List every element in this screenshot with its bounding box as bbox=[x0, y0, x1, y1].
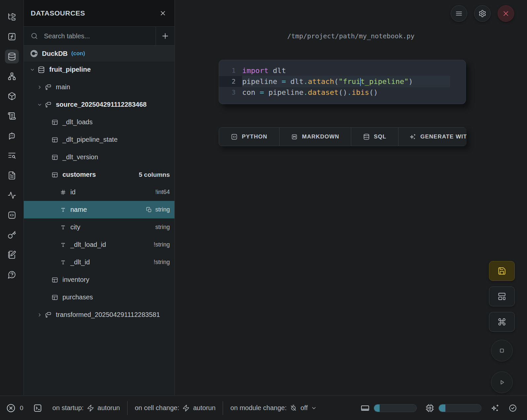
rail-code-cells-button[interactable] bbox=[5, 208, 19, 222]
on-cell-change-setting[interactable]: on cell change: autorun bbox=[135, 404, 215, 412]
rail-snippets-button[interactable] bbox=[5, 169, 19, 182]
on-module-change-value: off bbox=[300, 404, 308, 412]
chevron-down-icon bbox=[37, 102, 42, 107]
tree-row-_dlt_id[interactable]: _dlt_id!string bbox=[24, 253, 174, 271]
error-count: 0 bbox=[20, 404, 23, 412]
add-cell-actions: PYTHONMARKDOWNSQLGENERATE WITH AI bbox=[219, 127, 467, 146]
table-icon bbox=[52, 277, 58, 283]
code-line-3[interactable]: 3con = pipeline.dataset().ibis() bbox=[219, 87, 466, 98]
zap-icon bbox=[182, 404, 190, 412]
table-icon bbox=[52, 294, 58, 301]
table-icon bbox=[52, 172, 58, 178]
activity-rail bbox=[0, 0, 24, 395]
sql-cell-button[interactable]: SQL bbox=[351, 127, 398, 146]
schema-icon bbox=[45, 101, 52, 108]
stop-button[interactable] bbox=[491, 340, 513, 362]
code-line-1[interactable]: 1import dlt bbox=[219, 65, 466, 76]
on-startup-setting[interactable]: on startup: autorun bbox=[53, 404, 120, 412]
rail-secrets-button[interactable] bbox=[5, 228, 19, 242]
notebook-file-path: /tmp/project/path/my_notebook.py bbox=[175, 32, 527, 40]
save-button[interactable] bbox=[489, 261, 515, 281]
rail-scratchpad-button[interactable] bbox=[5, 248, 19, 262]
rail-datasources-button[interactable] bbox=[5, 50, 19, 63]
menu-button[interactable] bbox=[451, 5, 467, 22]
tree-row-label: city bbox=[70, 223, 80, 231]
file-text-icon bbox=[8, 171, 16, 180]
terminal-icon[interactable] bbox=[33, 403, 43, 413]
run-button[interactable] bbox=[491, 371, 513, 393]
memory-usage-meter bbox=[374, 404, 417, 412]
tree-row-source_202504291112283468[interactable]: source_202504291112283468 bbox=[24, 96, 174, 113]
python-cell-button[interactable]: PYTHON bbox=[219, 127, 280, 146]
ai-sparkles-icon[interactable] bbox=[491, 404, 499, 412]
top-toolbar bbox=[451, 5, 514, 22]
database-icon bbox=[363, 134, 370, 140]
menu-icon bbox=[455, 10, 463, 18]
table-icon bbox=[52, 136, 58, 143]
tree-row-label: _dlt_pipeline_state bbox=[62, 136, 118, 143]
errors-indicator[interactable]: 0 bbox=[6, 403, 23, 413]
line-number: 2 bbox=[219, 76, 242, 87]
on-startup-label: on startup: bbox=[53, 404, 84, 412]
tree-row-main[interactable]: main bbox=[24, 78, 174, 96]
line-number: 1 bbox=[219, 65, 242, 76]
code-line-2[interactable]: 2pipeline = dlt.attach("fruit_pipeline") bbox=[219, 76, 466, 87]
connection-badge: (con) bbox=[71, 50, 85, 57]
search-input[interactable] bbox=[43, 32, 156, 40]
generate-with-ai-button[interactable]: GENERATE WITH AI bbox=[398, 127, 467, 146]
rail-tracing-button[interactable] bbox=[5, 188, 19, 202]
tree-row-_dlt_version[interactable]: _dlt_version bbox=[24, 148, 174, 166]
shutdown-button[interactable] bbox=[498, 5, 514, 22]
tree-row-purchases[interactable]: purchases bbox=[24, 288, 174, 306]
copy-icon[interactable] bbox=[146, 207, 152, 213]
scroll-text-icon bbox=[8, 112, 16, 120]
code-square-icon bbox=[231, 134, 238, 140]
chevron-down-icon bbox=[311, 405, 317, 411]
add-datasource-button[interactable] bbox=[156, 27, 174, 45]
tree-row-label: _dlt_load_id bbox=[70, 241, 106, 248]
tree-row-_dlt_load_id[interactable]: _dlt_load_id!string bbox=[24, 236, 174, 253]
rail-logs-button[interactable] bbox=[5, 149, 19, 163]
chevron-right-icon bbox=[37, 312, 42, 318]
rail-help-button[interactable] bbox=[5, 268, 19, 282]
kernel-status-icon[interactable] bbox=[508, 404, 517, 412]
rail-ai-chat-button[interactable] bbox=[5, 129, 19, 143]
on-startup-value: autorun bbox=[97, 404, 120, 412]
tree-row-city[interactable]: citystring bbox=[24, 218, 174, 236]
rail-variables-button[interactable] bbox=[5, 30, 19, 44]
on-module-change-setting[interactable]: on module change: off bbox=[230, 404, 317, 412]
connection-row[interactable]: DuckDB (con) bbox=[24, 46, 174, 61]
text-type-icon bbox=[60, 224, 66, 230]
tree-row-label: source_202504291112283468 bbox=[56, 101, 147, 108]
panel-title: DATASOURCES bbox=[31, 9, 85, 17]
rail-dependency-graph-button[interactable] bbox=[5, 69, 19, 83]
tree-row-_dlt_pipeline_state[interactable]: _dlt_pipeline_state bbox=[24, 131, 174, 148]
resource-meters bbox=[360, 403, 481, 413]
command-icon bbox=[498, 318, 506, 326]
chevron-down-icon bbox=[30, 67, 35, 72]
tree-row-label: _dlt_loads bbox=[62, 118, 93, 126]
search-row bbox=[24, 27, 174, 46]
search-icon bbox=[30, 32, 38, 40]
tree-row-label: fruit_pipeline bbox=[49, 66, 91, 73]
tree-row-fruit_pipeline[interactable]: fruit_pipeline bbox=[24, 61, 174, 78]
rail-packages-button[interactable] bbox=[5, 89, 19, 103]
code-cell[interactable]: 1import dlt2pipeline = dlt.attach("fruit… bbox=[219, 60, 466, 104]
close-panel-icon[interactable] bbox=[159, 10, 167, 17]
tree-row-inventory[interactable]: inventory bbox=[24, 271, 174, 288]
tree-row-id[interactable]: id!int64 bbox=[24, 183, 174, 201]
tree-row-customers[interactable]: customers5 columns bbox=[24, 166, 174, 183]
tree-row-label: name bbox=[70, 206, 87, 213]
tree-row-transformed_202504291112283581[interactable]: transformed_202504291112283581 bbox=[24, 306, 174, 324]
tree-row-_dlt_loads[interactable]: _dlt_loads bbox=[24, 113, 174, 131]
tree-row-name[interactable]: namestring bbox=[24, 201, 174, 218]
settings-button[interactable] bbox=[474, 5, 491, 22]
file-tree-icon bbox=[8, 13, 16, 21]
schema-icon bbox=[45, 312, 52, 318]
command-palette-button[interactable] bbox=[489, 312, 515, 332]
rail-file-tree-button[interactable] bbox=[5, 10, 19, 24]
layout-button[interactable] bbox=[489, 286, 515, 306]
markdown-cell-button[interactable]: MARKDOWN bbox=[279, 127, 351, 146]
rail-documentation-button[interactable] bbox=[5, 109, 19, 123]
text-type-icon bbox=[60, 207, 66, 213]
